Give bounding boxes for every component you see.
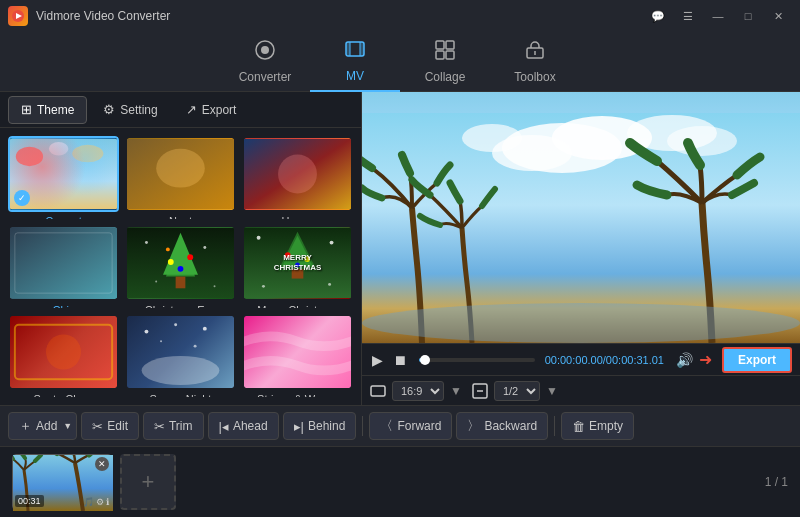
panel-tab-setting[interactable]: ⚙ Setting <box>91 96 169 124</box>
svg-point-62 <box>462 124 522 152</box>
theme-current-label: Current <box>8 212 119 219</box>
svg-point-22 <box>278 155 317 194</box>
edit-button[interactable]: ✂ Edit <box>81 412 139 440</box>
theme-item-neat[interactable]: Neat <box>125 136 236 219</box>
forward-label: Forward <box>397 419 441 433</box>
trim-button[interactable]: ✂ Trim <box>143 412 204 440</box>
svg-point-63 <box>362 303 800 343</box>
close-button[interactable]: ✕ <box>764 5 792 27</box>
ratio-select[interactable]: 16:9 4:3 1:1 <box>392 381 444 401</box>
svg-point-18 <box>72 145 103 163</box>
minimize-button[interactable]: — <box>704 5 732 27</box>
volume-icon[interactable]: 🔊 <box>676 352 693 368</box>
theme-stripes-label: Stripes & Waves <box>242 390 353 397</box>
play-button[interactable]: ▶ <box>370 350 385 370</box>
video-preview <box>362 92 800 343</box>
tab-mv[interactable]: MV <box>310 32 400 92</box>
merry-christmas-text: MERRY CHRISTMAS <box>244 253 351 272</box>
scale-arrow-icon: ▼ <box>546 384 558 398</box>
svg-point-44 <box>257 236 261 240</box>
trim-label: Trim <box>169 419 193 433</box>
edit-label: Edit <box>107 419 128 433</box>
edit-icon: ✂ <box>92 419 103 434</box>
empty-button[interactable]: 🗑 Empty <box>561 412 634 440</box>
add-clip-button[interactable]: + <box>120 454 176 510</box>
tab-collage[interactable]: Collage <box>400 32 490 92</box>
panel-tab-export[interactable]: ↗ Export <box>174 96 249 124</box>
audio-icon: 🎵 <box>83 497 94 507</box>
theme-item-chic[interactable]: Chic <box>8 225 119 308</box>
timeline-thumb[interactable]: ✕ 00:31 🎵 ⚙ ℹ <box>12 454 112 510</box>
behind-icon: ▸| <box>294 419 304 434</box>
time-display: 00:00:00.00/00:00:31.01 <box>545 354 664 366</box>
progress-dot <box>420 355 430 365</box>
tab-toolbox[interactable]: Toolbox <box>490 32 580 92</box>
titlebar: Vidmore Video Converter 💬 ☰ — □ ✕ <box>0 0 800 32</box>
tab-collage-label: Collage <box>425 70 466 84</box>
ahead-icon: |◂ <box>219 419 229 434</box>
ratio-bar: 16:9 4:3 1:1 ▼ 1/2 1/1 3/4 ▼ <box>362 375 800 405</box>
forward-button[interactable]: 〈 Forward <box>369 412 452 440</box>
theme-item-santa[interactable]: Santa Claus <box>8 314 119 397</box>
add-dropdown-icon: ▼ <box>63 421 72 431</box>
behind-button[interactable]: ▸| Behind <box>283 412 357 440</box>
tab-converter[interactable]: Converter <box>220 32 310 92</box>
svg-point-30 <box>187 254 193 260</box>
svg-point-31 <box>178 266 184 272</box>
trim-icon: ✂ <box>154 419 165 434</box>
backward-button[interactable]: 〉 Backward <box>456 412 548 440</box>
export-button[interactable]: Export <box>722 347 792 373</box>
thumb-close-button[interactable]: ✕ <box>95 457 109 471</box>
chat-button[interactable]: 💬 <box>644 5 672 27</box>
svg-point-32 <box>166 247 170 251</box>
separator <box>362 416 363 436</box>
scale-select[interactable]: 1/2 1/1 3/4 <box>494 381 540 401</box>
separator2 <box>554 416 555 436</box>
scale-icon <box>472 383 488 399</box>
svg-point-29 <box>168 259 174 265</box>
svg-point-16 <box>16 147 43 166</box>
empty-label: Empty <box>589 419 623 433</box>
tab-toolbox-label: Toolbox <box>514 70 555 84</box>
theme-check-icon: ✓ <box>14 190 30 206</box>
maximize-button[interactable]: □ <box>734 5 762 27</box>
theme-item-stripes[interactable]: Stripes & Waves <box>242 314 353 397</box>
svg-rect-12 <box>446 51 454 59</box>
add-label: Add <box>36 419 57 433</box>
panel-tab-theme[interactable]: ⊞ Theme <box>8 96 87 124</box>
collage-icon <box>434 39 456 66</box>
stop-button[interactable]: ⏹ <box>391 350 409 370</box>
svg-point-3 <box>261 46 269 54</box>
ahead-button[interactable]: |◂ Ahead <box>208 412 279 440</box>
svg-rect-64 <box>371 386 385 396</box>
info-icon: ℹ <box>106 497 109 507</box>
thumb-icons: 🎵 ⚙ ℹ <box>83 497 109 507</box>
ratio-arrow-icon: ▼ <box>450 384 462 398</box>
svg-rect-23 <box>10 228 117 298</box>
theme-grid-icon: ⊞ <box>21 102 32 117</box>
tab-converter-label: Converter <box>239 70 292 84</box>
svg-point-49 <box>46 334 81 369</box>
aspect-ratio-icon <box>370 383 386 399</box>
theme-grid: ✓ Current Neat <box>0 128 361 405</box>
theme-item-snowy[interactable]: Snowy Night <box>125 314 236 397</box>
theme-item-happy[interactable]: Happy <box>242 136 353 219</box>
export-arrow-icon: ➜ <box>699 350 712 369</box>
menu-button[interactable]: ☰ <box>674 5 702 27</box>
theme-merry-label: Merry Christmas <box>242 301 353 308</box>
main-content: ⊞ Theme ⚙ Setting ↗ Export <box>0 92 800 405</box>
panel-tabs: ⊞ Theme ⚙ Setting ↗ Export <box>0 92 361 128</box>
theme-item-christmas-eve[interactable]: Christmas Eve <box>125 225 236 308</box>
panel-tab-theme-label: Theme <box>37 103 74 117</box>
progress-bar[interactable] <box>419 358 535 362</box>
mv-icon <box>344 38 366 65</box>
video-background <box>362 92 800 343</box>
add-icon: ＋ <box>19 417 32 435</box>
ahead-label: Ahead <box>233 419 268 433</box>
theme-item-merry-christmas[interactable]: MERRY CHRISTMAS Merry Christmas <box>242 225 353 308</box>
svg-point-53 <box>160 340 162 342</box>
theme-chic-label: Chic <box>8 301 119 308</box>
forward-icon: 〈 <box>380 417 393 435</box>
theme-item-current[interactable]: ✓ Current <box>8 136 119 219</box>
add-button[interactable]: ＋ Add ▼ <box>8 412 77 440</box>
